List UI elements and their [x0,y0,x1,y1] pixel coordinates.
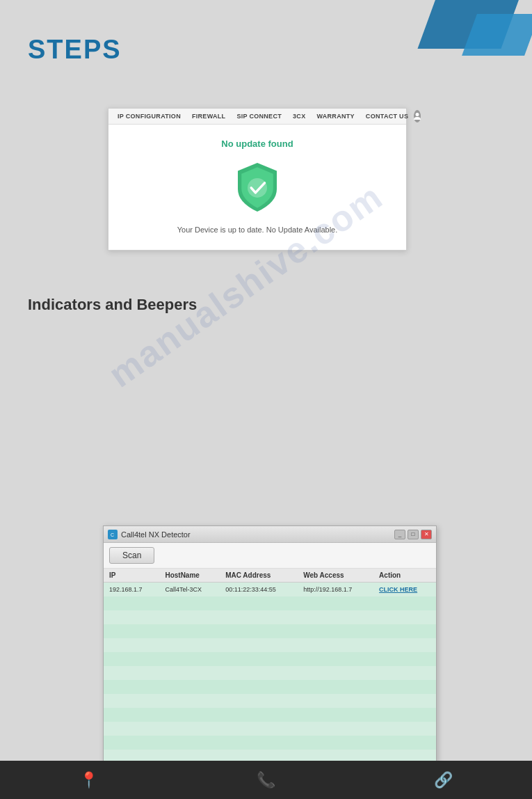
link-icon[interactable]: 🔗 [434,771,453,789]
svg-text:C: C [111,532,114,537]
bottom-bar: 📍 📞 🔗 [0,761,532,799]
detector-window: C Call4tel NX Detector _ □ ✕ Scan IP Hos… [103,525,437,799]
firmware-body: No update found Your Device is up to dat… [108,125,406,250]
nav-contact-us[interactable]: CONTACT US [360,109,414,124]
nav-3cx[interactable]: 3CX [287,109,311,124]
svg-point-0 [416,113,419,116]
close-button[interactable]: ✕ [421,530,432,539]
cell-ip: 192.168.1.7 [104,583,159,596]
table-row [104,610,436,624]
table-row [104,708,436,722]
shield-icon-wrap [122,159,392,215]
col-mac: MAC Address [220,569,298,583]
table-row [104,652,436,666]
table-header: IP HostName MAC Address Web Access Actio… [104,569,436,583]
firmware-nav: IP CONFIGURATION FIREWALL SIP CONNECT 3C… [108,109,406,125]
top-decoration [393,0,532,77]
table-row [104,624,436,638]
detector-app-icon: C [108,530,118,539]
titlebar-controls: _ □ ✕ [394,530,432,539]
table-row [104,680,436,694]
cell-mac: 00:11:22:33:44:55 [220,583,298,596]
table-row [104,736,436,750]
nav-firewall[interactable]: FIREWALL [186,109,231,124]
table-row [104,666,436,680]
nav-sip-connect[interactable]: SIP CONNECT [231,109,287,124]
table-row [104,638,436,652]
table-row [104,596,436,610]
maximize-button[interactable]: □ [408,530,419,539]
click-here-link[interactable]: CLICK HERE [379,586,417,593]
phone-icon[interactable]: 📞 [257,771,275,789]
cell-action[interactable]: CLICK HERE [373,583,436,596]
col-web-access: Web Access [298,569,373,583]
shield-icon [233,159,282,215]
detector-titlebar: C Call4tel NX Detector _ □ ✕ [104,526,436,543]
user-icon[interactable] [414,110,421,122]
col-ip: IP [104,569,159,583]
detector-title: Call4tel NX Detector [121,530,394,539]
col-hostname: HostName [159,569,220,583]
nav-warranty[interactable]: WARRANTY [311,109,360,124]
col-action: Action [373,569,436,583]
detector-toolbar: Scan [104,543,436,569]
cell-hostname: Call4Tel-3CX [159,583,220,596]
indicators-heading: Indicators and Beepers [28,296,197,314]
table-row [104,694,436,708]
table-row: 192.168.1.7 Call4Tel-3CX 00:11:22:33:44:… [104,583,436,596]
firmware-panel: IP CONFIGURATION FIREWALL SIP CONNECT 3C… [108,108,407,251]
page-title: STEPS [28,35,122,65]
firmware-status-text: Your Device is up to date. No Update Ava… [122,226,392,234]
nav-ip-config[interactable]: IP CONFIGURATION [112,109,186,124]
scan-button[interactable]: Scan [109,547,154,564]
cell-web-access: http://192.168.1.7 [298,583,373,596]
no-update-text: No update found [122,139,392,149]
location-icon[interactable]: 📍 [79,771,98,789]
minimize-button[interactable]: _ [394,530,405,539]
table-row [104,722,436,736]
